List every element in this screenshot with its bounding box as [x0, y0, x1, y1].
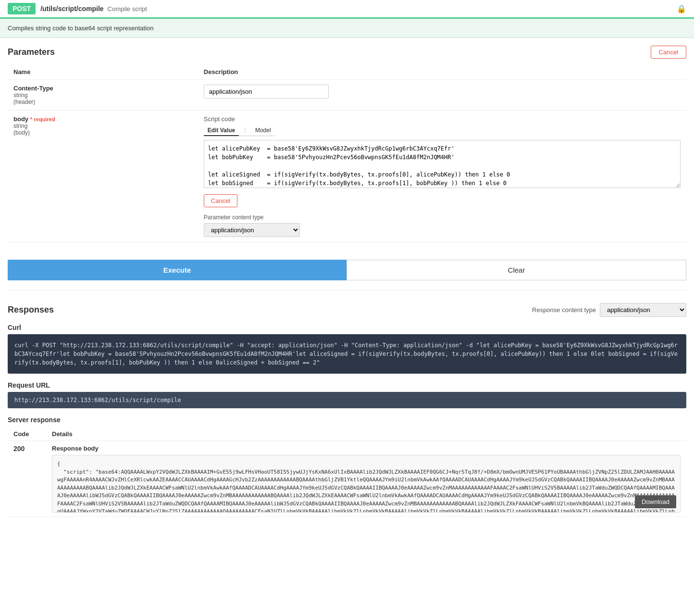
responses-section: Responses Response content type applicat… [0, 295, 694, 525]
api-description: Compiles string code to base64 script re… [0, 19, 694, 38]
parameters-cancel-button[interactable]: Cancel [651, 46, 686, 59]
required-label: required [34, 116, 55, 122]
content-type-name: Content-Type [13, 85, 192, 92]
code-column-header: Code [8, 427, 46, 441]
name-column-header: Name [8, 64, 198, 80]
edit-value-tab[interactable]: Edit Value [204, 126, 239, 136]
model-tab[interactable]: Model [251, 126, 275, 136]
response-content-type-label: Response content type [532, 306, 596, 314]
details-column-header: Details [46, 427, 686, 441]
server-response-title: Server response [8, 416, 686, 424]
request-url-block: http://213.238.172.133:6862/utils/script… [8, 392, 686, 408]
description-column-header: Description [198, 64, 686, 80]
content-type-input[interactable] [204, 85, 329, 99]
parameters-section: Parameters Cancel Name Description Conte… [0, 38, 694, 250]
parameters-title: Parameters [8, 47, 55, 57]
script-code-label: Script code [204, 115, 681, 123]
endpoint-path: /utils/script/compile [40, 5, 103, 13]
download-button[interactable]: Download [635, 495, 676, 508]
action-row: Execute Clear [8, 260, 686, 280]
content-type-select[interactable]: application/json [204, 223, 300, 237]
body-name: body * required [13, 115, 192, 123]
server-response-section: Server response Code Details 200 Respons… [8, 416, 686, 517]
script-code-textarea[interactable] [204, 140, 681, 188]
content-type-location: (header) [13, 99, 192, 105]
request-url-section: Request URL http://213.238.172.133:6862/… [8, 381, 686, 408]
response-row-200: 200 Response body { "script": "base64:AQ… [8, 441, 686, 517]
edit-model-tabs: Edit Value | Model [204, 126, 681, 136]
clear-button[interactable]: Clear [347, 260, 686, 280]
required-star: * [30, 116, 32, 122]
execute-button[interactable]: Execute [8, 260, 347, 280]
content-type-type: string [13, 92, 192, 99]
body-type: string [13, 123, 192, 129]
content-type-param-label: Parameter content type [204, 214, 681, 221]
curl-title: Curl [8, 324, 686, 331]
response-content-type-select[interactable]: application/json [600, 303, 686, 317]
request-url-title: Request URL [8, 381, 686, 389]
parameters-table: Name Description Content-Type string (he… [8, 64, 686, 242]
endpoint-summary: Compile script [108, 5, 147, 13]
body-row: body * required string (body) Script cod… [8, 111, 686, 242]
response-table: Code Details 200 Response body { "script… [8, 427, 686, 517]
response-code: 200 [8, 441, 46, 517]
curl-block: curl -X POST "http://213.238.172.133:686… [8, 334, 686, 374]
api-header: POST /utils/script/compile Compile scrip… [0, 0, 694, 19]
response-body-block: { "script": "base64:AQQAAAALWxpY2VQdWJLZ… [52, 455, 681, 513]
method-badge: POST [8, 3, 36, 14]
content-type-row: Content-Type string (header) [8, 80, 686, 111]
responses-title: Responses [8, 305, 54, 315]
body-location: (body) [13, 129, 192, 136]
lock-icon: 🔒 [677, 4, 686, 13]
body-cancel-button[interactable]: Cancel [204, 194, 237, 207]
curl-section: Curl curl -X POST "http://213.238.172.13… [8, 324, 686, 374]
response-body-label: Response body [52, 445, 681, 452]
response-body-text: { "script": "base64:AQQAAAALWxpY2VQdWJLZ… [57, 460, 675, 513]
